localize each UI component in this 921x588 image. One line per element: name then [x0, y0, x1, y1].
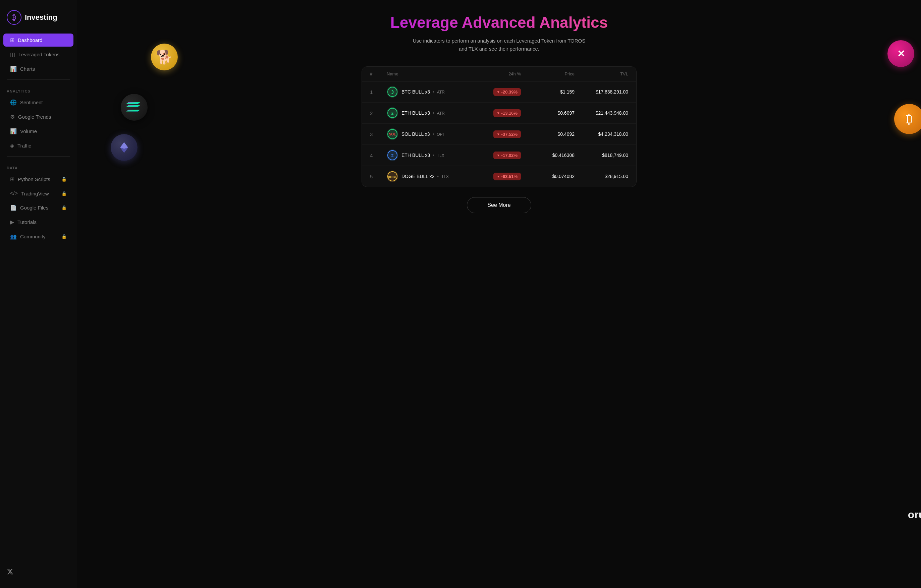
doge-coin-decoration: 🐕 — [151, 44, 178, 70]
sidebar-item-label: Tutorials — [18, 219, 37, 225]
table-row[interactable]: 3 SOL SOL BULL x3 • OPT -37.52% $0.4092 … — [362, 124, 636, 145]
token-icon: Ξ — [387, 107, 398, 119]
price-cell: $0.416308 — [521, 153, 574, 158]
tradingview-icon: </> — [10, 190, 18, 197]
change-badge: -13.16% — [493, 109, 521, 117]
svg-text:DOGE: DOGE — [388, 175, 397, 179]
python-icon: ⊞ — [10, 176, 15, 182]
tutorials-icon: ▶ — [10, 219, 14, 225]
community-icon: 👥 — [10, 233, 17, 240]
solana-coin-decoration — [121, 94, 148, 121]
sidebar-item-label: Community — [20, 234, 46, 239]
analytics-section-label: ANALYTICS — [0, 83, 77, 95]
tvl-cell: $818,749.00 — [574, 153, 628, 158]
col-num: # — [370, 71, 387, 76]
change-badge: -37.52% — [493, 130, 521, 138]
leveraged-tokens-icon: ◫ — [10, 51, 15, 58]
sidebar-item-traffic[interactable]: ◈ Traffic — [3, 139, 73, 152]
sidebar-item-label: Google Files — [20, 205, 48, 211]
sidebar-item-label: Google Trends — [18, 114, 51, 120]
sidebar-item-label: Traffic — [18, 143, 31, 148]
sidebar-item-label: Python Scripts — [18, 176, 50, 182]
lock-icon: 🔒 — [61, 234, 67, 239]
hex-coin-decoration: ✕ — [887, 40, 914, 67]
svg-text:Ξ: Ξ — [391, 111, 394, 115]
token-name-cell: Ξ ETH BULL x3 • TLX — [387, 149, 467, 161]
svg-text:SOL: SOL — [389, 132, 396, 136]
main-content: 🐕 ✕ ₿ orus Leverage Advanced Analytics U… — [77, 0, 921, 588]
see-more-button[interactable]: See More — [467, 197, 531, 213]
svg-marker-2 — [126, 102, 140, 104]
token-name: BTC BULL x3 • ATR — [402, 89, 445, 94]
sidebar-item-label: TradingView — [21, 191, 49, 197]
sidebar-item-volume[interactable]: 📊 Volume — [3, 125, 73, 138]
sidebar-item-tutorials[interactable]: ▶ Tutorials — [3, 216, 73, 229]
svg-marker-1 — [126, 105, 140, 107]
price-cell: $0.4092 — [521, 132, 574, 137]
page-title: Leverage Advanced Analytics — [391, 13, 608, 31]
sentiment-icon: 🌐 — [10, 99, 17, 106]
divider-1 — [7, 80, 70, 80]
token-icon: ₿ — [387, 86, 398, 97]
token-icon: Ξ — [387, 149, 398, 161]
col-name: Name — [387, 71, 467, 76]
token-name: ETH BULL x3 • TLX — [402, 153, 444, 158]
token-icon: DOGE — [387, 171, 398, 182]
token-name-cell: DOGE DOGE BULL x2 • TLX — [387, 171, 467, 182]
row-number: 2 — [370, 110, 387, 116]
tvl-cell: $4,234,318.00 — [574, 132, 628, 137]
sidebar-item-community[interactable]: 👥 Community 🔒 — [3, 230, 73, 243]
price-cell: $0.074082 — [521, 174, 574, 179]
price-cell: $1.159 — [521, 89, 574, 94]
files-icon: 📄 — [10, 205, 17, 211]
tvl-cell: $17,638,291.00 — [574, 89, 628, 94]
sidebar-item-label: Volume — [20, 128, 37, 134]
svg-text:₿: ₿ — [391, 90, 394, 94]
token-name: ETH BULL x3 • ATR — [402, 110, 445, 116]
col-change: 24h % — [467, 71, 521, 76]
eth-coin-decoration — [111, 134, 138, 161]
token-name-cell: ₿ BTC BULL x3 • ATR — [387, 86, 467, 97]
svg-text:Ξ: Ξ — [391, 154, 394, 158]
page-subtitle: Use indicators to perform an analysis on… — [412, 37, 586, 53]
sidebar-item-label: Sentiment — [20, 99, 43, 105]
sidebar: ₿ Investing ⊞ Dashboard ◫ Leveraged Toke… — [0, 0, 77, 588]
sidebar-item-leveraged-tokens[interactable]: ◫ Leveraged Tokens — [3, 48, 73, 61]
change-badge: -63.51% — [493, 173, 521, 180]
sidebar-item-charts[interactable]: 📊 Charts — [3, 62, 73, 75]
row-number: 1 — [370, 89, 387, 95]
sidebar-item-label: Dashboard — [18, 37, 42, 43]
token-name: SOL BULL x3 • OPT — [402, 132, 445, 137]
token-name: DOGE BULL x2 • TLX — [402, 174, 449, 179]
row-number: 5 — [370, 174, 387, 179]
lock-icon: 🔒 — [61, 205, 67, 210]
sidebar-item-tradingview[interactable]: </> TradingView 🔒 — [3, 187, 73, 200]
table-row[interactable]: 2 Ξ ETH BULL x3 • ATR -13.16% $0.6097 $2… — [362, 102, 636, 124]
logo-icon: ₿ — [7, 10, 21, 25]
toros-text-decoration: orus — [908, 508, 921, 521]
traffic-icon: ◈ — [10, 143, 14, 149]
svg-marker-0 — [126, 110, 140, 112]
sidebar-item-dashboard[interactable]: ⊞ Dashboard — [3, 34, 73, 47]
tvl-cell: $28,915.00 — [574, 174, 628, 179]
table-row[interactable]: 5 DOGE DOGE BULL x2 • TLX -63.51% $0.074… — [362, 166, 636, 187]
tokens-table: # Name 24h % Price TVL 1 ₿ BTC BULL x3 •… — [361, 67, 636, 187]
google-trends-icon: ⚙ — [10, 114, 15, 120]
sidebar-item-label: Charts — [20, 66, 35, 72]
lock-icon: 🔒 — [61, 191, 67, 196]
lock-icon: 🔒 — [61, 177, 67, 182]
sidebar-item-python-scripts[interactable]: ⊞ Python Scripts 🔒 — [3, 173, 73, 186]
table-header: # Name 24h % Price TVL — [362, 67, 636, 81]
table-row[interactable]: 4 Ξ ETH BULL x3 • TLX -17.02% $0.416308 … — [362, 145, 636, 166]
sidebar-item-sentiment[interactable]: 🌐 Sentiment — [3, 96, 73, 109]
row-number: 4 — [370, 153, 387, 158]
col-price: Price — [521, 71, 574, 76]
sidebar-item-label: Leveraged Tokens — [18, 52, 59, 57]
row-number: 3 — [370, 132, 387, 137]
change-badge: -17.02% — [493, 151, 521, 159]
table-row[interactable]: 1 ₿ BTC BULL x3 • ATR -20.39% $1.159 $17… — [362, 81, 636, 102]
twitter-link[interactable] — [0, 564, 77, 581]
sidebar-item-google-trends[interactable]: ⚙ Google Trends — [3, 110, 73, 123]
sidebar-item-google-files[interactable]: 📄 Google Files 🔒 — [3, 201, 73, 214]
price-cell: $0.6097 — [521, 110, 574, 116]
